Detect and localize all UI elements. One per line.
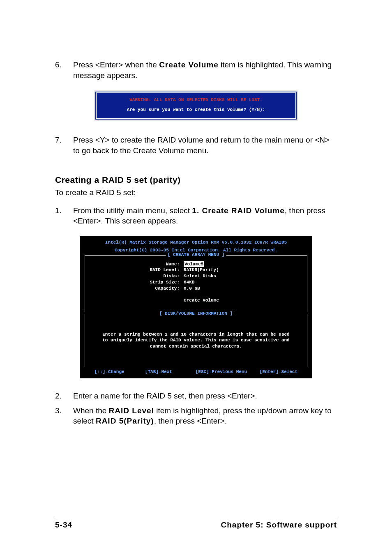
section-heading: Creating a RAID 5 set (parity) (55, 175, 337, 185)
key-next: [TAB]-Next (145, 369, 196, 375)
bold-term: Create Volume (159, 60, 219, 69)
step-text: Enter a name for the RAID 5 set, then pr… (73, 391, 337, 401)
value: Select Disks (184, 273, 216, 279)
warning-line: WARNING: ALL DATA ON SELECTED DISKS WILL… (99, 97, 293, 102)
step-2: 2. Enter a name for the RAID 5 set, then… (55, 391, 337, 401)
key-prev-menu: [ESC]-Previous Menu (196, 369, 247, 375)
step-number: 3. (55, 405, 73, 416)
value: Create Volume (184, 297, 219, 304)
field-strip-size: Strip Size: 64KB (89, 279, 303, 286)
key-select: [Enter]-Select (247, 369, 297, 375)
step-text: Press <Enter> when the Create Volume ite… (73, 60, 337, 81)
step-number: 2. (55, 391, 73, 401)
box-title: [ CREATE ARRAY MENU ] (166, 252, 226, 258)
label: Strip Size: (89, 279, 184, 286)
step-text: When the RAID Level item is highlighted,… (73, 405, 337, 426)
text: Press <Enter> when the (73, 60, 159, 69)
value: 64KB (184, 279, 194, 286)
section-subtext: To create a RAID 5 set: (55, 188, 337, 197)
key-legend: [↑↓]-Change [TAB]-Next [ESC]-Previous Me… (80, 367, 312, 378)
field-disks: Disks: Select Disks (89, 273, 303, 279)
label: Name: (89, 261, 184, 267)
page-number: 5-34 (55, 520, 72, 530)
confirm-prompt: Are you sure you want to create this vol… (99, 107, 293, 112)
step-6: 6. Press <Enter> when the Create Volume … (55, 60, 337, 81)
field-name: Name: Volume5 (89, 261, 303, 267)
bios-header-line1: Intel(R) Matrix Storage Manager Option R… (80, 240, 312, 247)
help-line: cannot contain special characters. (89, 343, 303, 350)
field-capacity: Capacity: 0.0 GB (89, 286, 303, 292)
label: Disks: (89, 273, 184, 279)
key-change: [↑↓]-Change (95, 369, 145, 375)
label: RAID Level: (89, 267, 184, 273)
value: 0.0 GB (184, 286, 200, 292)
chapter-title: Chapter 5: Software support (221, 520, 337, 530)
create-array-menu-box: [ CREATE ARRAY MENU ] Name: Volume5 RAID… (85, 255, 307, 312)
value: RAID5(Parity) (184, 267, 219, 273)
step-text: From the utility main menu, select 1. Cr… (73, 205, 337, 226)
create-volume-action: Create Volume (89, 297, 303, 304)
step-7: 7. Press <Y> to create the RAID volume a… (55, 135, 337, 156)
step-3: 3. When the RAID Level item is highlight… (55, 405, 337, 426)
bios-create-array-screenshot: Intel(R) Matrix Storage Manager Option R… (80, 236, 312, 378)
value: Volume5 (184, 261, 204, 267)
disk-volume-info-box: [ DISK/VOLUME INFORMATION ] Enter a stri… (85, 314, 307, 368)
warning-dialog-screenshot: WARNING: ALL DATA ON SELECTED DISKS WILL… (94, 90, 298, 121)
label: Capacity: (89, 286, 184, 292)
bold-term: RAID Level (109, 406, 154, 415)
text: When the (73, 406, 109, 415)
text: , then press <Enter>. (154, 417, 227, 425)
step-1: 1. From the utility main menu, select 1.… (55, 205, 337, 226)
bold-term: 1. Create RAID Volume (192, 206, 284, 215)
help-line: to uniquely identify the RAID volume. Th… (89, 337, 303, 343)
help-line: Enter a string between 1 and 16 characte… (89, 332, 303, 338)
step-number: 1. (55, 205, 73, 216)
bold-term: RAID 5(Parity) (96, 417, 154, 425)
box-title: [ DISK/VOLUME INFORMATION ] (158, 311, 234, 317)
step-text: Press <Y> to create the RAID volume and … (73, 135, 337, 156)
text: From the utility main menu, select (73, 206, 192, 215)
step-number: 7. (55, 135, 73, 145)
page-footer: 5-34 Chapter 5: Software support (55, 517, 337, 530)
field-raid-level: RAID Level: RAID5(Parity) (89, 267, 303, 273)
step-number: 6. (55, 60, 73, 70)
